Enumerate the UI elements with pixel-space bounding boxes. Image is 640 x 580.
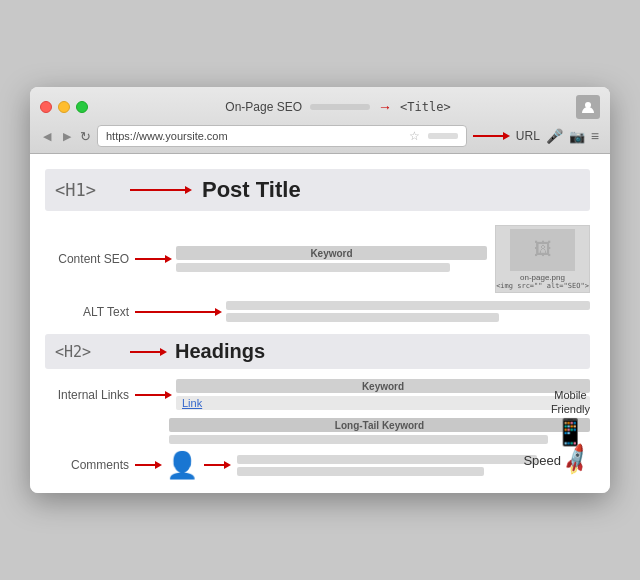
content-seo-label: Content SEO [45, 252, 135, 266]
internal-links-arrow [135, 391, 172, 399]
minimize-button[interactable] [58, 101, 70, 113]
comments-arrow [135, 461, 162, 469]
camera-icon: 📷 [569, 129, 585, 144]
url-decoration [428, 133, 458, 139]
content-bar-2 [176, 263, 450, 272]
h1-tag: <H1> [55, 180, 130, 200]
headings-label: Headings [175, 340, 265, 363]
speed-text: Speed [523, 453, 561, 468]
user-icon [576, 95, 600, 119]
internal-links-label: Internal Links [45, 388, 135, 402]
mic-icon: 🎤 [546, 128, 563, 144]
address-bar: ◀ ▶ ↻ https://www.yoursite.com ☆ URL 🎤 📷… [40, 125, 600, 147]
phone-icon: 📱 [551, 417, 590, 448]
title-arrow: → [378, 99, 392, 115]
keyword-bar: Keyword [176, 246, 487, 260]
comments-label: Comments [45, 458, 135, 472]
maximize-button[interactable] [76, 101, 88, 113]
mobile-friendly-text: MobileFriendly [551, 388, 590, 417]
back-button[interactable]: ◀ [40, 128, 54, 145]
page-content: <H1> Post Title Content SEO Keyword [30, 154, 610, 493]
alt-text-label: ALT Text [45, 305, 135, 319]
alt-text-arrow [135, 308, 222, 316]
image-icon: 🖼 [534, 239, 552, 260]
close-button[interactable] [40, 101, 52, 113]
browser-window: On-Page SEO → <Title> ◀ ▶ ↻ https://www.… [30, 87, 610, 493]
comment-bar-2 [237, 467, 484, 476]
image-inner: 🖼 [510, 229, 575, 271]
url-field[interactable]: https://www.yoursite.com ☆ [97, 125, 467, 147]
link-label[interactable]: Link [182, 397, 202, 409]
speed-section: Speed 🚀 [523, 447, 590, 473]
seo-diagram: <H1> Post Title Content SEO Keyword [45, 169, 590, 478]
refresh-button[interactable]: ↻ [80, 129, 91, 144]
avatar-icon: 👤 [166, 452, 198, 478]
menu-icon[interactable]: ≡ [591, 128, 600, 144]
url-text: https://www.yoursite.com [106, 130, 253, 142]
traffic-lights [40, 101, 88, 113]
title-tag: <Title> [400, 100, 451, 114]
h2-arrow [130, 348, 167, 356]
content-seo-arrow [135, 255, 172, 263]
alt-bar-2 [226, 313, 499, 322]
bookmark-icon: ☆ [409, 129, 420, 143]
mobile-friendly-section: MobileFriendly 📱 [551, 388, 590, 448]
tab-label: On-Page SEO [225, 100, 302, 114]
url-label: URL [516, 129, 540, 143]
h2-tag: <H2> [55, 343, 130, 361]
alt-bar-1 [226, 301, 590, 310]
title-bar: On-Page SEO → <Title> ◀ ▶ ↻ https://www.… [30, 87, 610, 154]
forward-button[interactable]: ▶ [60, 128, 74, 145]
image-placeholder: 🖼 on-page.png <img src="" alt="SEO"> [495, 225, 590, 293]
tab-bar-decoration [310, 104, 370, 110]
avatar-arrow [204, 461, 231, 469]
image-code: <img src="" alt="SEO"> [496, 282, 589, 290]
comment-bar-1 [237, 455, 537, 464]
url-arrow [473, 132, 510, 140]
link-bar: Link [176, 396, 590, 410]
keyword-bar-2: Keyword [176, 379, 590, 393]
h1-arrow [130, 186, 192, 194]
post-title: Post Title [202, 177, 580, 203]
image-filename: on-page.png [520, 273, 565, 282]
toolbar-icons: 🎤 📷 ≡ [546, 128, 600, 144]
long-tail-bar-2 [169, 435, 548, 444]
rocket-icon: 🚀 [558, 442, 594, 478]
long-tail-bar: Long-Tail Keyword [169, 418, 590, 432]
